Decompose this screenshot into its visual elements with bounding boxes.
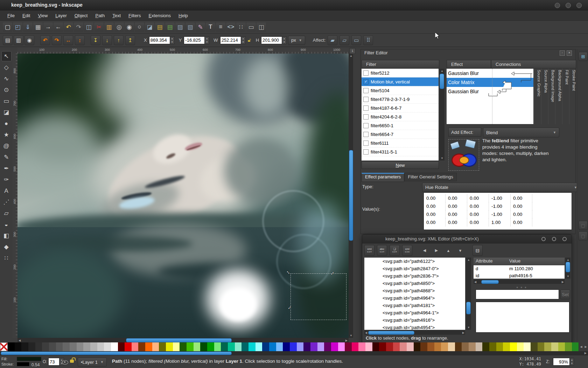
- matrix-cell[interactable]: 0.00: [446, 218, 467, 226]
- ruler-corner-button[interactable]: 1: [349, 48, 356, 54]
- xml-node[interactable]: <svg:path id="path4954">: [364, 324, 465, 330]
- xml-node[interactable]: <svg:path id="path4850">: [364, 280, 465, 287]
- palette-swatch[interactable]: [372, 342, 379, 351]
- zoom-spinner[interactable]: ▲▼: [570, 358, 574, 366]
- palette-swatch[interactable]: [441, 342, 448, 351]
- horizontal-ruler[interactable]: 1002003004005006007008009001000: [18, 48, 349, 54]
- delete-attribute-icon[interactable]: ⊟: [472, 245, 483, 256]
- menu-item[interactable]: Edit: [19, 12, 34, 20]
- save-document-icon[interactable]: ⇓: [23, 22, 33, 32]
- canvas-hscroll-thumb[interactable]: [126, 338, 232, 342]
- menu-item[interactable]: View: [34, 12, 51, 20]
- palette-swatch[interactable]: [462, 342, 469, 351]
- select-original-icon[interactable]: ▨: [175, 22, 185, 32]
- xml-tree-vscrollbar[interactable]: ▲ ▼: [466, 258, 471, 330]
- filter-checkbox[interactable]: [363, 88, 369, 93]
- scroll-right-icon[interactable]: ▶: [345, 339, 348, 342]
- matrix-cell[interactable]: -1.00: [489, 194, 511, 202]
- palette-scrollbar[interactable]: ▶: [0, 351, 588, 355]
- attribute-hthumb[interactable]: [481, 280, 499, 284]
- xml-tree-vthumb[interactable]: [466, 302, 471, 314]
- filter-list-scrollbar[interactable]: ▲ ▼: [439, 69, 444, 161]
- matrix-cell[interactable]: 0.00: [446, 210, 467, 218]
- attribute-table-header[interactable]: Attribute Value: [474, 258, 565, 265]
- select-rotate-icon[interactable]: ◉: [24, 35, 34, 45]
- close-button[interactable]: [576, 3, 582, 8]
- pen-tool[interactable]: ✒: [1, 163, 12, 173]
- palette-swatch[interactable]: [393, 342, 400, 351]
- xml-minimize-button[interactable]: [541, 237, 546, 241]
- palette-swatch[interactable]: [565, 342, 572, 351]
- palette-swatch[interactable]: [407, 342, 414, 351]
- xml-node[interactable]: <svg:path id="path4964">: [364, 294, 465, 302]
- palette-scroll-thumb[interactable]: [1, 352, 232, 355]
- text-tool[interactable]: A: [1, 186, 12, 196]
- scroll-up-icon[interactable]: ▲: [441, 69, 443, 73]
- palette-swatch[interactable]: [173, 342, 180, 351]
- palette-swatch[interactable]: [517, 342, 524, 351]
- fill-stroke-icon[interactable]: ✎: [196, 22, 205, 32]
- node-tool[interactable]: ◇: [1, 62, 12, 73]
- h-input[interactable]: [261, 36, 282, 44]
- attribute-value-textarea[interactable]: [476, 302, 569, 333]
- menu-item[interactable]: File: [4, 12, 19, 20]
- palette-swatch[interactable]: [338, 342, 345, 351]
- palette-swatch[interactable]: [482, 342, 489, 351]
- palette-swatch[interactable]: [358, 342, 365, 351]
- scroll-right-icon[interactable]: ▶: [584, 352, 587, 355]
- filter-scroll-thumb[interactable]: [440, 74, 444, 89]
- new-element-node-icon[interactable]: xml<>+: [364, 245, 374, 256]
- filter-checkbox[interactable]: [363, 114, 369, 120]
- matrix-cell[interactable]: 1.00: [489, 218, 511, 226]
- add-effect-dropdown[interactable]: Blend▼: [483, 128, 559, 137]
- palette-swatch[interactable]: [28, 342, 35, 351]
- palette-swatch[interactable]: [310, 342, 317, 351]
- spiral-tool[interactable]: @: [1, 141, 12, 151]
- eraser-tool[interactable]: ▱: [1, 208, 12, 218]
- attribute-hscrollbar[interactable]: ◀ ▶: [474, 280, 565, 284]
- palette-swatch[interactable]: [111, 342, 118, 351]
- h-spinner[interactable]: ▲▼: [282, 36, 287, 44]
- connector-tool[interactable]: ∷: [1, 253, 12, 263]
- palette-swatch[interactable]: [420, 342, 427, 351]
- connection-arrows[interactable]: [447, 69, 533, 124]
- snap-toggle-icon[interactable]: ⊞: [579, 52, 588, 61]
- maximize-button[interactable]: [566, 3, 571, 8]
- matrix-cell[interactable]: 0.00: [511, 210, 532, 218]
- palette-swatch[interactable]: [21, 342, 28, 351]
- attribute-vscrollbar[interactable]: ▲ ▼: [565, 258, 570, 279]
- palette-swatch[interactable]: [262, 342, 269, 351]
- add-effect-button[interactable]: Add Effect:: [448, 128, 481, 137]
- filter-column-header[interactable]: Filter: [362, 60, 439, 68]
- palette-swatch[interactable]: [303, 342, 310, 351]
- star-tool[interactable]: ★: [1, 130, 12, 140]
- zoom-page-icon[interactable]: ○: [135, 22, 144, 32]
- filter-checkbox[interactable]: ✓: [363, 79, 369, 84]
- title-bar[interactable]: keep_breathing.svg - Inkscape: [0, 0, 588, 11]
- panel-detach-icon[interactable]: ▫: [560, 50, 565, 56]
- ellipse-tool[interactable]: ●: [1, 118, 12, 129]
- selector-tool[interactable]: ↖: [1, 51, 12, 61]
- scroll-left-icon[interactable]: ◀: [365, 331, 367, 334]
- scroll-down-icon[interactable]: ▼: [441, 157, 443, 160]
- connection-source-label[interactable]: Stroke Paint: [569, 69, 576, 124]
- palette-swatch[interactable]: [15, 342, 22, 351]
- layer-lock-icon[interactable]: [70, 360, 74, 363]
- palette-swatch[interactable]: [496, 342, 503, 351]
- matrix-cell[interactable]: 0.00: [446, 202, 467, 210]
- rectangle-tool[interactable]: ▭: [1, 96, 12, 106]
- palette-swatch[interactable]: [35, 342, 42, 351]
- scroll-right-icon[interactable]: ▶: [562, 280, 564, 284]
- cut-icon[interactable]: ✂: [94, 22, 104, 32]
- select-bbox-icon[interactable]: ▥: [14, 35, 23, 45]
- palette-swatch[interactable]: [42, 342, 49, 351]
- new-text-node-icon[interactable]: abc<>+: [377, 245, 387, 256]
- palette-swatch[interactable]: [90, 342, 97, 351]
- palette-swatch[interactable]: [276, 342, 283, 351]
- matrix-cell[interactable]: 0.00: [424, 194, 446, 202]
- x-spinner[interactable]: ▲▼: [170, 36, 175, 44]
- matrix-cell[interactable]: -1.00: [489, 210, 511, 218]
- attribute-vthumb[interactable]: [566, 262, 570, 272]
- palette-swatch[interactable]: [221, 342, 228, 351]
- palette-swatch[interactable]: [63, 342, 70, 351]
